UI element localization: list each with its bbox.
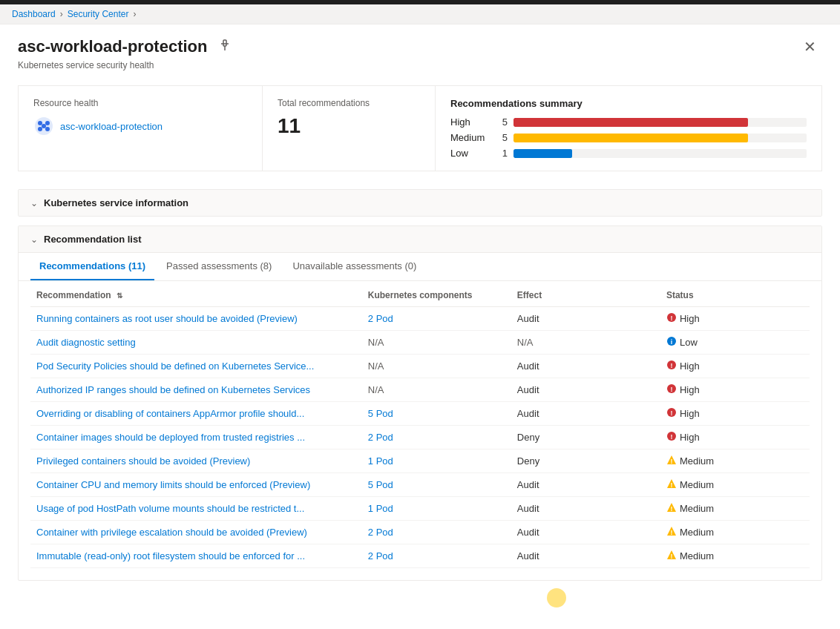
- status-cell: !High: [660, 426, 810, 449]
- table-row[interactable]: Pod Security Policies should be defined …: [30, 355, 810, 378]
- recommendation-link[interactable]: Container with privilege escalation shou…: [36, 527, 307, 538]
- tabs-bar: Recommendations (11) Passed assessments …: [19, 253, 821, 281]
- status-badge: !High: [666, 407, 700, 419]
- table-row[interactable]: Usage of pod HostPath volume mounts shou…: [30, 497, 810, 521]
- k8s-component-cell: N/A: [362, 378, 511, 402]
- table-row[interactable]: Immutable (read-only) root filesystem sh…: [30, 544, 810, 568]
- k8s-section-header[interactable]: ⌄ Kubernetes service information: [19, 190, 821, 216]
- breadcrumb-security-center[interactable]: Security Center: [68, 9, 129, 19]
- medium-severity-icon: !: [666, 502, 677, 514]
- total-recs-label: Total recommendations: [278, 98, 420, 108]
- page-subtitle: Kubernetes service security health: [18, 60, 822, 70]
- resource-name[interactable]: asc-workload-protection: [60, 121, 163, 132]
- status-badge: iLow: [666, 336, 698, 348]
- page-title-area: asc-workload-protection: [18, 36, 234, 57]
- recommendation-link[interactable]: Immutable (read-only) root filesystem sh…: [36, 550, 305, 562]
- page-header: asc-workload-protection ✕: [18, 36, 822, 57]
- table-row[interactable]: Authorized IP ranges should be defined o…: [30, 378, 810, 402]
- rec-list-section: ⌄ Recommendation list Recommendations (1…: [18, 225, 822, 581]
- pod-link[interactable]: 2 Pod: [368, 550, 393, 562]
- pod-link[interactable]: 2 Pod: [368, 527, 393, 538]
- status-text: High: [680, 384, 700, 395]
- pod-link[interactable]: 2 Pod: [368, 313, 393, 324]
- svg-text:!: !: [670, 481, 672, 489]
- status-text: Medium: [680, 455, 714, 467]
- status-text: High: [680, 360, 700, 372]
- svg-point-7: [45, 127, 50, 131]
- breadcrumb-dashboard[interactable]: Dashboard: [12, 9, 56, 19]
- pod-link[interactable]: 5 Pod: [368, 408, 393, 419]
- rec-list-header[interactable]: ⌄ Recommendation list: [19, 226, 821, 253]
- recommendation-link[interactable]: Audit diagnostic setting: [36, 337, 136, 348]
- recommendation-link[interactable]: Usage of pod HostPath volume mounts shou…: [36, 503, 304, 514]
- pod-link[interactable]: 1 Pod: [368, 455, 393, 467]
- recommendation-link[interactable]: Pod Security Policies should be defined …: [36, 360, 314, 372]
- bar-track-low: [513, 149, 807, 158]
- bar-fill-high: [513, 118, 748, 127]
- tab-unavailable[interactable]: Unavailable assessments (0): [283, 253, 425, 280]
- status-text: Medium: [680, 479, 714, 490]
- bar-count-high: 5: [497, 116, 508, 128]
- recommendation-link[interactable]: Running containers as root user should b…: [36, 313, 298, 324]
- status-cell: !High: [660, 378, 810, 402]
- table-row[interactable]: Running containers as root user should b…: [30, 307, 810, 331]
- rec-summary-panel: Recommendations summary High 5 Medium 5: [436, 86, 821, 171]
- high-severity-icon: !: [666, 407, 677, 419]
- chevron-down-icon: ⌄: [30, 198, 38, 208]
- pod-link[interactable]: 1 Pod: [368, 503, 393, 514]
- svg-text:!: !: [670, 505, 672, 513]
- medium-severity-icon: !: [666, 550, 677, 562]
- recommendation-link[interactable]: Overriding or disabling of containers Ap…: [36, 408, 304, 419]
- sort-icon: ⇅: [117, 292, 122, 300]
- close-button[interactable]: ✕: [798, 36, 822, 57]
- svg-text:!: !: [670, 409, 672, 417]
- k8s-component-cell: 2 Pod: [362, 544, 511, 568]
- table-row[interactable]: Container images should be deployed from…: [30, 426, 810, 449]
- bar-row-low: Low 1: [450, 148, 807, 159]
- pin-button[interactable]: [216, 36, 234, 57]
- status-badge: !Medium: [666, 550, 714, 562]
- k8s-section-title: Kubernetes service information: [44, 197, 188, 208]
- table-row[interactable]: Container CPU and memory limits should b…: [30, 473, 810, 497]
- status-text: High: [680, 432, 700, 443]
- high-severity-icon: !: [666, 360, 677, 372]
- status-badge: !Medium: [666, 478, 714, 490]
- status-badge: !High: [666, 383, 700, 395]
- status-cell: !High: [660, 402, 810, 426]
- svg-text:!: !: [670, 529, 672, 536]
- svg-text:i: i: [671, 338, 673, 346]
- recommendation-link[interactable]: Authorized IP ranges should be defined o…: [36, 384, 310, 395]
- medium-severity-icon: !: [666, 526, 677, 538]
- pod-link[interactable]: 2 Pod: [368, 432, 393, 443]
- effect-cell: Audit: [511, 355, 660, 378]
- resource-icon: [33, 116, 54, 136]
- page-title: asc-workload-protection: [18, 37, 207, 56]
- high-severity-icon: !: [666, 312, 677, 324]
- bar-count-medium: 5: [497, 132, 508, 143]
- total-recs-value: 11: [278, 114, 420, 138]
- svg-point-5: [45, 121, 50, 125]
- recommendation-link[interactable]: Privileged containers should be avoided …: [36, 455, 250, 467]
- resource-item: asc-workload-protection: [33, 116, 247, 136]
- effect-cell: Audit: [511, 378, 660, 402]
- table-row[interactable]: Overriding or disabling of containers Ap…: [30, 402, 810, 426]
- recommendation-link[interactable]: Container images should be deployed from…: [36, 432, 305, 443]
- effect-cell: Deny: [511, 426, 660, 449]
- recommendation-link[interactable]: Container CPU and memory limits should b…: [36, 479, 310, 490]
- tab-recommendations[interactable]: Recommendations (11): [30, 253, 154, 280]
- effect-cell: Audit: [511, 473, 660, 497]
- pod-link[interactable]: 5 Pod: [368, 479, 393, 490]
- low-severity-icon: i: [666, 336, 677, 348]
- status-cell: !Medium: [660, 449, 810, 473]
- k8s-component-cell: 2 Pod: [362, 521, 511, 544]
- table-row[interactable]: Privileged containers should be avoided …: [30, 449, 810, 473]
- svg-point-8: [42, 124, 46, 128]
- svg-text:!: !: [670, 362, 672, 369]
- status-badge: !Medium: [666, 526, 714, 538]
- bar-row-medium: Medium 5: [450, 132, 807, 143]
- table-row[interactable]: Audit diagnostic settingN/AN/AiLow: [30, 331, 810, 355]
- effect-cell: N/A: [511, 331, 660, 355]
- table-row[interactable]: Container with privilege escalation shou…: [30, 521, 810, 544]
- col-header-recommendation[interactable]: Recommendation ⇅: [30, 284, 362, 307]
- tab-passed[interactable]: Passed assessments (8): [157, 253, 280, 280]
